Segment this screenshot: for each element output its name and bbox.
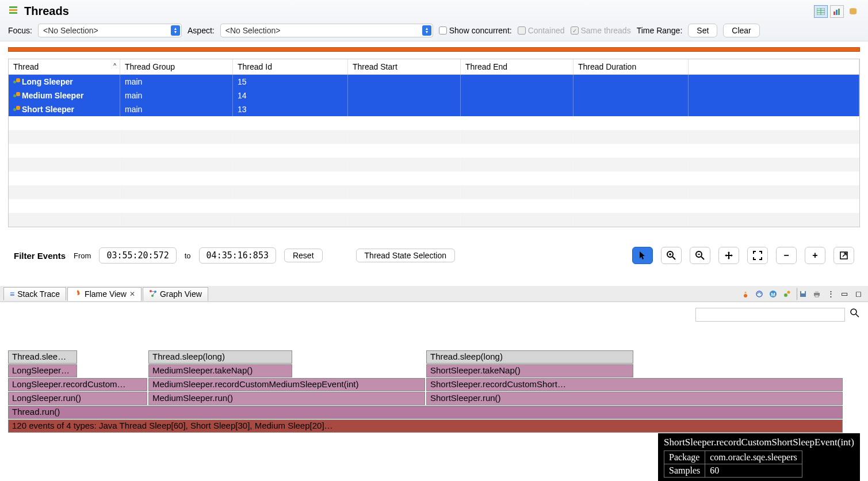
svg-line-16 (701, 257, 704, 259)
fullscreen-icon[interactable] (747, 247, 768, 264)
action-icon-2[interactable] (753, 288, 766, 300)
flame-block[interactable]: ShortSleeper.takeNap() (426, 364, 633, 377)
tab-graph-view[interactable]: Graph View (143, 287, 208, 301)
sort-asc-icon: ^ (113, 63, 116, 69)
timeline-overview[interactable] (8, 47, 860, 52)
table-row[interactable] (9, 185, 859, 199)
column-extra[interactable] (689, 59, 859, 74)
table-row[interactable]: Medium Sleepermain14 (9, 89, 859, 102)
column-thread[interactable]: Thread^ (9, 59, 120, 74)
table-row[interactable]: Short Sleepermain13 (9, 102, 859, 116)
chart-view-icon[interactable] (830, 5, 844, 18)
time-range-label: Time Range: (637, 26, 683, 35)
show-concurrent-checkbox[interactable]: Show concurrent: (439, 26, 512, 35)
flame-block[interactable]: Thread.slee… (8, 350, 77, 364)
svg-rect-33 (815, 291, 819, 293)
view-menu-icon[interactable]: ⋮ (824, 288, 837, 300)
flame-block[interactable]: ShortSleeper.run() (426, 392, 843, 405)
svg-text:M: M (771, 292, 775, 297)
svg-rect-34 (815, 295, 819, 297)
action-icon-1[interactable] (739, 288, 752, 300)
to-time-input[interactable]: 04:35:16:853 (199, 247, 276, 264)
thread-icon (13, 106, 20, 113)
table-row[interactable]: Long Sleepermain15 (9, 75, 859, 89)
thread-icon (13, 92, 20, 99)
action-icon-3[interactable]: M (767, 288, 779, 300)
aspect-combo[interactable]: <No Selection> ▴▾ (220, 24, 433, 37)
save-icon[interactable] (797, 288, 809, 300)
svg-rect-0 (9, 6, 17, 8)
open-external-icon[interactable] (833, 247, 854, 264)
flame-block[interactable]: ShortSleeper.recordCustomShort… (426, 378, 843, 391)
svg-line-23 (152, 292, 155, 296)
search-input[interactable] (695, 308, 845, 322)
flame-block[interactable]: LongSleeper… (8, 364, 77, 377)
pan-icon[interactable] (718, 247, 739, 264)
column-thread-start[interactable]: Thread Start (348, 59, 461, 74)
svg-rect-8 (836, 10, 838, 15)
same-threads-checkbox: ✓ Same threads (571, 26, 631, 35)
tab-stack-trace[interactable]: ≡ Stack Trace (3, 287, 66, 300)
table-row[interactable] (9, 144, 859, 158)
search-icon[interactable] (850, 308, 860, 322)
flame-block[interactable]: LongSleeper.run() (8, 392, 147, 405)
flame-block[interactable]: MediumSleeper.recordCustomMediumSleepEve… (148, 378, 425, 391)
table-row[interactable] (9, 213, 859, 227)
flame-block[interactable]: MediumSleeper.takeNap() (148, 364, 292, 377)
page-title: Threads (24, 5, 69, 18)
focus-combo[interactable]: <No Selection> ▴▾ (38, 24, 182, 37)
pointer-tool-icon[interactable] (632, 247, 653, 264)
from-time-input[interactable]: 03:55:20:572 (99, 247, 176, 264)
flame-block[interactable]: MediumSleeper.run() (148, 392, 425, 405)
flame-icon (74, 289, 82, 299)
flame-block[interactable]: LongSleeper.recordCustom… (8, 378, 147, 391)
flame-tooltip: ShortSleeper.recordCustomShortSleepEvent… (658, 433, 860, 442)
flame-block[interactable]: Thread.sleep(long) (426, 350, 633, 364)
table-row[interactable] (9, 158, 859, 171)
from-label: From (74, 251, 91, 260)
chevron-updown-icon: ▴▾ (422, 25, 431, 36)
action-icon-4[interactable] (781, 288, 793, 300)
close-icon[interactable]: ✕ (129, 290, 135, 298)
svg-point-24 (744, 294, 747, 297)
svg-rect-9 (838, 9, 840, 15)
table-row[interactable] (9, 130, 859, 144)
svg-rect-31 (801, 291, 805, 293)
zoom-out-icon[interactable] (690, 247, 710, 264)
svg-line-36 (856, 314, 859, 317)
flame-block[interactable]: 120 events of 4 types: Java Thread Sleep… (8, 419, 843, 433)
flame-graph[interactable]: Thread.slee…Thread.sleep(long)Thread.sle… (8, 350, 860, 442)
table-row[interactable] (9, 171, 859, 185)
clear-button[interactable]: Clear (723, 24, 759, 37)
minus-icon[interactable]: − (776, 247, 797, 264)
svg-line-12 (672, 257, 675, 259)
column-thread-duration[interactable]: Thread Duration (573, 59, 689, 74)
db-icon[interactable] (846, 5, 860, 18)
contained-checkbox: Contained (518, 26, 565, 35)
svg-point-28 (784, 293, 787, 297)
column-thread-end[interactable]: Thread End (461, 59, 573, 74)
table-row[interactable] (9, 116, 859, 130)
set-button[interactable]: Set (688, 24, 717, 37)
maximize-icon[interactable]: ◻ (852, 288, 865, 300)
table-view-icon[interactable] (814, 5, 828, 18)
threads-icon (8, 5, 18, 17)
minimize-icon[interactable]: ▭ (838, 288, 851, 300)
flame-block[interactable]: Thread.run() (8, 406, 843, 419)
print-icon[interactable] (810, 288, 823, 300)
column-thread-id[interactable]: Thread Id (233, 59, 348, 74)
svg-point-35 (851, 309, 856, 315)
thread-state-selection-button[interactable]: Thread State Selection (356, 249, 455, 262)
flame-block[interactable]: Thread.sleep(long) (148, 350, 292, 364)
list-icon: ≡ (10, 289, 14, 299)
table-row[interactable] (9, 199, 859, 213)
zoom-in-icon[interactable] (661, 247, 682, 264)
plus-icon[interactable]: + (805, 247, 825, 264)
reset-button[interactable]: Reset (284, 249, 323, 262)
svg-rect-7 (833, 12, 835, 15)
column-thread-group[interactable]: Thread Group (120, 59, 233, 74)
chevron-updown-icon: ▴▾ (171, 25, 180, 36)
thread-icon (13, 78, 20, 85)
aspect-label: Aspect: (188, 26, 215, 35)
tab-flame-view[interactable]: Flame View ✕ (67, 287, 142, 301)
